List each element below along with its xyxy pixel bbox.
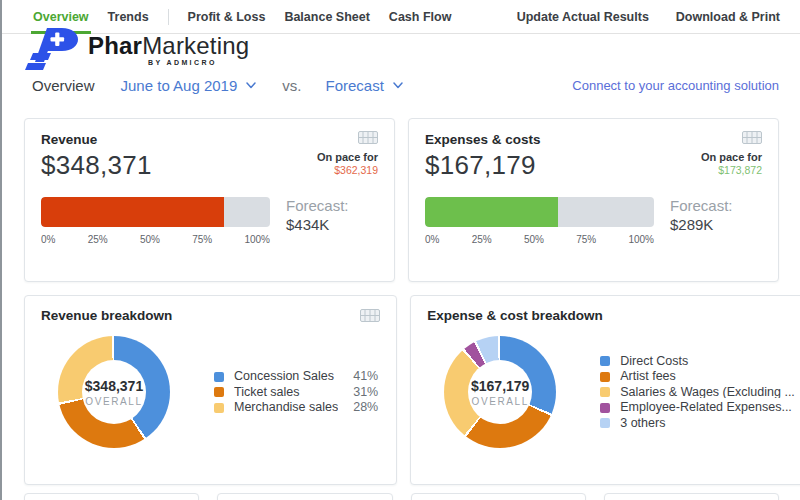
tick-label: 0% bbox=[41, 234, 55, 245]
page-title: Overview bbox=[32, 77, 95, 94]
period-value: June to Aug 2019 bbox=[121, 77, 238, 94]
legend-item: Ticket sales31% bbox=[214, 384, 378, 400]
donut-center-label: OVERALL bbox=[85, 396, 142, 407]
compare-selector[interactable]: Forecast bbox=[325, 77, 402, 94]
forecast-value: $434K bbox=[286, 216, 378, 235]
progress-bar bbox=[425, 197, 654, 227]
legend-label: Merchandise sales bbox=[234, 401, 338, 414]
donut-center-value: $167,179 bbox=[471, 378, 529, 394]
partial-card bbox=[411, 493, 586, 500]
progress-fill bbox=[41, 197, 224, 227]
revenue-breakdown-card: Revenue breakdown $348,371 OVERALL Conce… bbox=[24, 295, 397, 485]
expenses-card: Expenses & costs $167,179 On pace for $1… bbox=[408, 118, 779, 282]
legend-percent: 41% bbox=[346, 370, 378, 383]
revenue-card: Revenue $348,371 On pace for $362,319 0%… bbox=[24, 118, 395, 282]
on-pace-block: On pace for $173,872 bbox=[701, 130, 762, 176]
progress-ticks: 0%25%50%75%100% bbox=[41, 234, 270, 245]
on-pace-label: On pace for bbox=[701, 151, 762, 163]
forecast-value: $289K bbox=[670, 216, 762, 235]
forecast-label: Forecast: bbox=[286, 197, 378, 216]
download-print-button[interactable]: Download & Print bbox=[676, 10, 780, 24]
tick-label: 25% bbox=[472, 234, 492, 245]
progress-ticks: 0%25%50%75%100% bbox=[425, 234, 654, 245]
pharmarketing-logo-icon bbox=[22, 27, 80, 71]
legend-color-marker bbox=[600, 356, 610, 366]
on-pace-label: On pace for bbox=[317, 151, 378, 163]
compare-value: Forecast bbox=[325, 77, 383, 94]
donut-center-value: $348,371 bbox=[85, 378, 143, 394]
connect-accounting-link[interactable]: Connect to your accounting solution bbox=[572, 78, 779, 93]
legend-label: Employee-Related Expenses... bbox=[620, 401, 795, 414]
legend-item: Artist fees29% bbox=[600, 369, 800, 385]
legend-color-marker bbox=[214, 403, 224, 413]
legend-color-marker bbox=[600, 387, 610, 397]
forecast-block: Forecast: $289K bbox=[654, 197, 762, 235]
donut-chart: $348,371 OVERALL bbox=[58, 336, 170, 448]
progress-bar bbox=[41, 197, 270, 227]
nav-divider bbox=[168, 9, 169, 25]
brand-name-bold: Phar bbox=[88, 32, 142, 59]
tick-label: 100% bbox=[628, 234, 654, 245]
legend-color-marker bbox=[600, 418, 610, 428]
legend-item: Direct Costs32% bbox=[600, 353, 800, 369]
chevron-down-icon bbox=[246, 82, 256, 89]
partial-card bbox=[604, 493, 779, 500]
legend-label: Ticket sales bbox=[234, 386, 338, 399]
card-title: Expense & cost breakdown bbox=[427, 308, 603, 323]
tick-label: 0% bbox=[425, 234, 439, 245]
tick-label: 50% bbox=[524, 234, 544, 245]
controls-row: Overview June to Aug 2019 vs. Forecast C… bbox=[32, 74, 779, 96]
legend-label: Salaries & Wages (Excluding ... bbox=[620, 386, 795, 399]
bottom-cards-row bbox=[24, 493, 779, 500]
on-pace-value: $173,872 bbox=[701, 164, 762, 176]
legend-percent: 31% bbox=[346, 386, 378, 399]
brand-header: PharMarketing BY ADMICRO bbox=[22, 27, 800, 71]
dashboard-screen: Overview Trends Profit & Loss Balance Sh… bbox=[0, 0, 800, 500]
legend-label: Direct Costs bbox=[620, 355, 795, 368]
chevron-down-icon bbox=[393, 82, 403, 89]
brand-byline: BY ADMICRO bbox=[148, 59, 249, 66]
brand-name-light: Marketing bbox=[142, 32, 249, 59]
card-title: Revenue breakdown bbox=[41, 308, 172, 323]
on-pace-block: On pace for $362,319 bbox=[317, 130, 378, 176]
expense-breakdown-card: Expense & cost breakdown $167,179 OVERAL… bbox=[410, 295, 800, 485]
legend-item: Salaries & Wages (Excluding ...28% bbox=[600, 384, 800, 400]
vs-label: vs. bbox=[282, 77, 301, 94]
kpi-cards-row: Revenue $348,371 On pace for $362,319 0%… bbox=[24, 118, 779, 282]
update-actual-results-button[interactable]: Update Actual Results bbox=[517, 10, 649, 24]
period-selector[interactable]: June to Aug 2019 bbox=[121, 77, 257, 94]
legend-item: Merchandise sales28% bbox=[214, 400, 378, 416]
partial-card bbox=[24, 493, 199, 500]
legend-item: 3 others7% bbox=[600, 415, 800, 431]
tick-label: 75% bbox=[576, 234, 596, 245]
legend-color-marker bbox=[214, 387, 224, 397]
spreadsheet-icon[interactable] bbox=[360, 308, 380, 326]
tick-label: 75% bbox=[192, 234, 212, 245]
donut-legend: Concession Sales41%Ticket sales31%Mercha… bbox=[214, 369, 378, 416]
breakdown-cards-row: Revenue breakdown $348,371 OVERALL Conce… bbox=[24, 295, 779, 485]
legend-label: Artist fees bbox=[620, 370, 795, 383]
forecast-label: Forecast: bbox=[670, 197, 762, 216]
donut-chart: $167,179 OVERALL bbox=[444, 336, 556, 448]
legend-item: Employee-Related Expenses...4% bbox=[600, 400, 800, 416]
forecast-block: Forecast: $434K bbox=[270, 197, 378, 235]
tick-label: 50% bbox=[140, 234, 160, 245]
spreadsheet-icon[interactable] bbox=[358, 130, 378, 148]
tick-label: 100% bbox=[244, 234, 270, 245]
donut-center-label: OVERALL bbox=[472, 396, 529, 407]
on-pace-value: $362,319 bbox=[317, 164, 378, 176]
progress-section: 0%25%50%75%100% Forecast: $289K bbox=[425, 197, 762, 245]
legend-color-marker bbox=[600, 372, 610, 382]
legend-color-marker bbox=[214, 372, 224, 382]
legend-color-marker bbox=[600, 403, 610, 413]
progress-section: 0%25%50%75%100% Forecast: $434K bbox=[41, 197, 378, 245]
legend-label: 3 others bbox=[620, 417, 795, 430]
legend-item: Concession Sales41% bbox=[214, 369, 378, 385]
progress-fill bbox=[425, 197, 558, 227]
wordmark: PharMarketing BY ADMICRO bbox=[88, 33, 249, 66]
partial-card bbox=[217, 493, 392, 500]
tick-label: 25% bbox=[88, 234, 108, 245]
spreadsheet-icon[interactable] bbox=[742, 130, 762, 148]
donut-legend: Direct Costs32%Artist fees29%Salaries & … bbox=[600, 353, 800, 431]
legend-label: Concession Sales bbox=[234, 370, 338, 383]
